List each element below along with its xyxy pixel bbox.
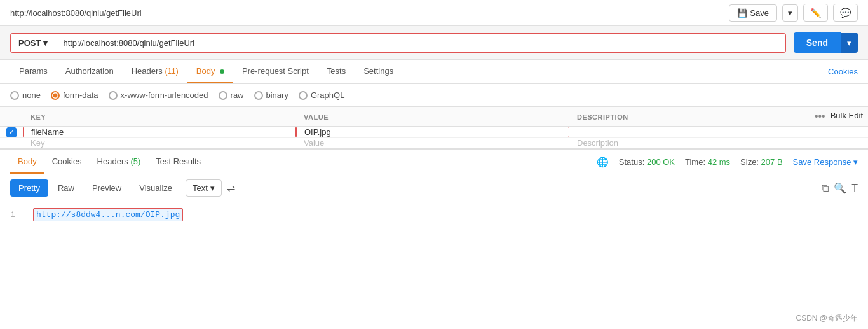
view-tab-raw[interactable]: Raw bbox=[50, 179, 83, 197]
more-options-icon[interactable]: ••• bbox=[815, 111, 825, 122]
view-format-group: Pretty Raw Preview Visualize Text ▾ ⇌ bbox=[10, 179, 235, 197]
view-tab-visualize[interactable]: Visualize bbox=[131, 179, 180, 197]
tab-body[interactable]: Body bbox=[187, 60, 233, 83]
response-tab-cookies[interactable]: Cookies bbox=[44, 150, 90, 174]
response-headers-badge: (5) bbox=[130, 157, 140, 166]
radio-form-data[interactable]: form-data bbox=[51, 90, 98, 100]
status-label: Status: 200 OK bbox=[619, 157, 675, 167]
format-select[interactable]: Text ▾ bbox=[186, 179, 222, 197]
tab-params[interactable]: Params bbox=[10, 60, 57, 83]
view-tab-preview[interactable]: Preview bbox=[84, 179, 130, 197]
response-tabs-left: Body Cookies Headers (5) Test Results bbox=[10, 150, 208, 174]
empty-desc-placeholder[interactable]: Description bbox=[574, 132, 621, 153]
line-content-1: http://s8ddw4...n.com/OIP.jpg bbox=[33, 210, 183, 220]
method-caret-icon: ▾ bbox=[43, 38, 48, 48]
empty-value-placeholder[interactable]: Value bbox=[301, 132, 327, 153]
status-value: 200 OK bbox=[647, 157, 675, 167]
send-caret-button[interactable]: ▾ bbox=[841, 33, 858, 53]
toolbar-right: ⧉ 🔍 T bbox=[822, 182, 858, 194]
radio-binary[interactable]: binary bbox=[254, 90, 288, 100]
headers-badge: (11) bbox=[165, 67, 178, 76]
watermark: CSDN @奇遇少年 bbox=[796, 313, 858, 324]
radio-binary-circle bbox=[254, 91, 263, 100]
request-bar: POST ▾ Send ▾ bbox=[0, 26, 868, 60]
url-highlight[interactable]: http://s8ddw4...n.com/OIP.jpg bbox=[33, 208, 183, 221]
radio-urlencoded[interactable]: x-www-form-urlencoded bbox=[109, 90, 208, 100]
view-tabs: Pretty Raw Preview Visualize bbox=[10, 179, 180, 197]
search-icon[interactable]: 🔍 bbox=[834, 182, 846, 194]
top-bar-title: http://localhost:8080/qiniu/getFileUrl bbox=[10, 8, 142, 18]
tabs-left: Params Authorization Headers (11) Body P… bbox=[10, 60, 402, 83]
size-value: 207 B bbox=[761, 157, 783, 167]
time-label: Time: 42 ms bbox=[685, 157, 730, 167]
body-active-dot bbox=[220, 69, 224, 74]
tab-settings[interactable]: Settings bbox=[355, 60, 402, 83]
table-row: ✓ fileName OIP.jpg bbox=[0, 127, 868, 138]
tabs-bar: Params Authorization Headers (11) Body P… bbox=[0, 60, 868, 84]
header-key-col: KEY bbox=[23, 112, 296, 122]
radio-raw[interactable]: raw bbox=[219, 90, 244, 100]
url-ellipsis: ... bbox=[100, 210, 115, 220]
radio-form-data-circle bbox=[51, 91, 60, 100]
code-area: 1 http://s8ddw4...n.com/OIP.jpg bbox=[0, 202, 868, 241]
response-meta: 🌐 Status: 200 OK Time: 42 ms Size: 207 B… bbox=[597, 157, 858, 168]
header-desc-col: DESCRIPTION bbox=[569, 112, 792, 122]
radio-none[interactable]: none bbox=[10, 90, 41, 100]
top-bar: http://localhost:8080/qiniu/getFileUrl 💾… bbox=[0, 0, 868, 26]
copy-icon[interactable]: ⧉ bbox=[822, 183, 829, 194]
radio-raw-circle bbox=[219, 91, 227, 100]
tab-prerequest[interactable]: Pre-request Script bbox=[233, 60, 318, 83]
header-value-col: VALUE bbox=[296, 112, 569, 122]
table-header-row: KEY VALUE DESCRIPTION ••• Bulk Edit bbox=[0, 107, 868, 127]
tab-headers[interactable]: Headers (11) bbox=[123, 60, 187, 83]
globe-icon: 🌐 bbox=[597, 157, 609, 168]
response-tab-headers[interactable]: Headers (5) bbox=[90, 150, 149, 174]
save-icon: 💾 bbox=[737, 8, 747, 18]
top-bar-actions: 💾 Save ▾ ✏️ 💬 bbox=[729, 4, 858, 22]
response-tabs-bar: Body Cookies Headers (5) Test Results 🌐 … bbox=[0, 150, 868, 174]
code-line-1: 1 http://s8ddw4...n.com/OIP.jpg bbox=[10, 210, 858, 220]
response-section: Body Cookies Headers (5) Test Results 🌐 … bbox=[0, 149, 868, 241]
radio-none-circle bbox=[10, 91, 19, 100]
view-tab-pretty[interactable]: Pretty bbox=[10, 179, 48, 197]
body-type-row: none form-data x-www-form-urlencoded raw… bbox=[0, 84, 868, 107]
radio-graphql-circle bbox=[299, 91, 308, 100]
response-tab-body[interactable]: Body bbox=[10, 150, 44, 174]
row-key-col: fileName bbox=[23, 127, 296, 137]
empty-desc-col: Description bbox=[569, 138, 792, 148]
wrap-icon[interactable]: ⇌ bbox=[227, 182, 235, 194]
header-actions-col: ••• Bulk Edit bbox=[792, 111, 868, 122]
save-caret-button[interactable]: ▾ bbox=[782, 4, 798, 22]
method-select[interactable]: POST ▾ bbox=[10, 33, 55, 53]
save-response-button[interactable]: Save Response ▾ bbox=[793, 157, 858, 167]
send-button[interactable]: Send bbox=[794, 32, 841, 53]
format-caret-icon: ▾ bbox=[210, 183, 215, 193]
row-value-col: OIP.jpg bbox=[296, 127, 569, 137]
edit-icon-button[interactable]: ✏️ bbox=[803, 4, 828, 22]
send-button-group: Send ▾ bbox=[794, 32, 858, 53]
row-check-col: ✓ bbox=[0, 127, 23, 137]
line-number-1: 1 bbox=[10, 210, 23, 220]
tab-authorization[interactable]: Authorization bbox=[57, 60, 123, 83]
font-size-icon[interactable]: T bbox=[851, 183, 858, 194]
empty-key-col: Key bbox=[23, 138, 296, 148]
url-input[interactable] bbox=[55, 33, 785, 53]
save-button[interactable]: 💾 Save bbox=[729, 4, 777, 22]
radio-urlencoded-circle bbox=[109, 91, 118, 100]
params-table: KEY VALUE DESCRIPTION ••• Bulk Edit ✓ fi… bbox=[0, 107, 868, 149]
response-tab-test-results[interactable]: Test Results bbox=[148, 150, 208, 174]
time-value: 42 ms bbox=[708, 157, 730, 167]
empty-value-col: Value bbox=[296, 138, 569, 148]
response-toolbar: Pretty Raw Preview Visualize Text ▾ ⇌ ⧉ … bbox=[0, 174, 868, 202]
size-label: Size: 207 B bbox=[740, 157, 783, 167]
cookies-link[interactable]: Cookies bbox=[828, 60, 858, 83]
comment-icon-button[interactable]: 💬 bbox=[833, 4, 858, 22]
radio-graphql[interactable]: GraphQL bbox=[299, 90, 344, 100]
tab-tests[interactable]: Tests bbox=[318, 60, 355, 83]
row-checkbox[interactable]: ✓ bbox=[6, 127, 17, 137]
bulk-edit-button[interactable]: Bulk Edit bbox=[831, 111, 863, 122]
empty-table-row: Key Value Description bbox=[0, 138, 868, 148]
